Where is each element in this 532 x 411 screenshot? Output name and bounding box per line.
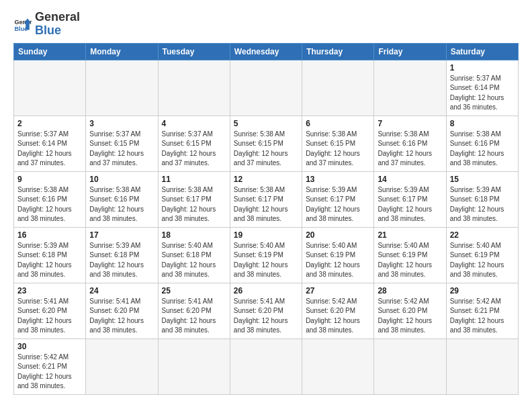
day-number: 8	[450, 119, 515, 128]
day-number: 25	[162, 286, 226, 295]
calendar-day-cell: 18Sunrise: 5:40 AMSunset: 6:18 PMDayligh…	[158, 227, 230, 283]
calendar-day-cell: 22Sunrise: 5:40 AMSunset: 6:19 PMDayligh…	[446, 227, 518, 283]
page-header: General Blue General Blue	[13, 11, 519, 38]
day-number: 11	[162, 175, 226, 184]
weekday-header-monday: Monday	[86, 43, 158, 60]
sun-info: Sunrise: 5:37 AMSunset: 6:14 PMDaylight:…	[17, 130, 82, 169]
sun-info: Sunrise: 5:40 AMSunset: 6:19 PMDaylight:…	[378, 241, 442, 280]
sun-info: Sunrise: 5:38 AMSunset: 6:16 PMDaylight:…	[17, 185, 82, 224]
day-number: 10	[89, 175, 154, 184]
day-number: 13	[306, 175, 370, 184]
sun-info: Sunrise: 5:42 AMSunset: 6:21 PMDaylight:…	[17, 353, 82, 392]
weekday-header-row: SundayMondayTuesdayWednesdayThursdayFrid…	[14, 43, 519, 60]
day-number: 20	[306, 230, 370, 240]
day-number: 18	[162, 230, 226, 240]
calendar-day-cell: 26Sunrise: 5:41 AMSunset: 6:20 PMDayligh…	[230, 283, 302, 338]
day-number: 23	[17, 286, 82, 295]
calendar-day-cell: 9Sunrise: 5:38 AMSunset: 6:16 PMDaylight…	[14, 171, 86, 227]
calendar-day-cell: 30Sunrise: 5:42 AMSunset: 6:21 PMDayligh…	[14, 338, 86, 394]
calendar-day-cell: 12Sunrise: 5:38 AMSunset: 6:17 PMDayligh…	[230, 171, 302, 227]
calendar-day-cell: 5Sunrise: 5:38 AMSunset: 6:15 PMDaylight…	[230, 116, 302, 171]
calendar-day-cell	[158, 60, 230, 116]
sun-info: Sunrise: 5:37 AMSunset: 6:15 PMDaylight:…	[89, 130, 154, 169]
calendar-day-cell	[86, 60, 158, 116]
calendar-week-row: 2Sunrise: 5:37 AMSunset: 6:14 PMDaylight…	[14, 116, 519, 171]
sun-info: Sunrise: 5:40 AMSunset: 6:19 PMDaylight:…	[234, 241, 298, 280]
calendar-day-cell: 28Sunrise: 5:42 AMSunset: 6:20 PMDayligh…	[374, 283, 446, 338]
day-number: 26	[234, 286, 298, 295]
day-number: 1	[450, 63, 515, 73]
sun-info: Sunrise: 5:37 AMSunset: 6:14 PMDaylight:…	[450, 74, 515, 113]
sun-info: Sunrise: 5:40 AMSunset: 6:18 PMDaylight:…	[162, 241, 226, 280]
logo-text: General Blue	[35, 11, 80, 38]
day-number: 5	[234, 119, 298, 128]
calendar-day-cell	[230, 60, 302, 116]
logo-icon: General Blue	[13, 15, 32, 34]
calendar-day-cell	[302, 60, 374, 116]
calendar-week-row: 1Sunrise: 5:37 AMSunset: 6:14 PMDaylight…	[14, 60, 519, 116]
sun-info: Sunrise: 5:41 AMSunset: 6:20 PMDaylight:…	[234, 297, 298, 336]
calendar-day-cell	[446, 338, 518, 394]
calendar-week-row: 16Sunrise: 5:39 AMSunset: 6:18 PMDayligh…	[14, 227, 519, 283]
calendar-table: SundayMondayTuesdayWednesdayThursdayFrid…	[13, 43, 519, 395]
sun-info: Sunrise: 5:41 AMSunset: 6:20 PMDaylight:…	[17, 297, 82, 336]
calendar-day-cell: 13Sunrise: 5:39 AMSunset: 6:17 PMDayligh…	[302, 171, 374, 227]
sun-info: Sunrise: 5:38 AMSunset: 6:17 PMDaylight:…	[234, 185, 298, 224]
calendar-day-cell: 27Sunrise: 5:42 AMSunset: 6:20 PMDayligh…	[302, 283, 374, 338]
day-number: 27	[306, 286, 370, 295]
sun-info: Sunrise: 5:39 AMSunset: 6:18 PMDaylight:…	[17, 241, 82, 280]
day-number: 28	[378, 286, 442, 295]
day-number: 9	[17, 175, 82, 184]
sun-info: Sunrise: 5:38 AMSunset: 6:16 PMDaylight:…	[378, 130, 442, 169]
day-number: 6	[306, 119, 370, 128]
weekday-header-thursday: Thursday	[302, 43, 374, 60]
calendar-day-cell: 7Sunrise: 5:38 AMSunset: 6:16 PMDaylight…	[374, 116, 446, 171]
calendar-day-cell	[86, 338, 158, 394]
calendar-day-cell: 1Sunrise: 5:37 AMSunset: 6:14 PMDaylight…	[446, 60, 518, 116]
weekday-header-saturday: Saturday	[446, 43, 518, 60]
sun-info: Sunrise: 5:39 AMSunset: 6:18 PMDaylight:…	[450, 185, 515, 224]
day-number: 7	[378, 119, 442, 128]
sun-info: Sunrise: 5:41 AMSunset: 6:20 PMDaylight:…	[89, 297, 154, 336]
calendar-day-cell: 11Sunrise: 5:38 AMSunset: 6:17 PMDayligh…	[158, 171, 230, 227]
day-number: 24	[89, 286, 154, 295]
calendar-week-row: 9Sunrise: 5:38 AMSunset: 6:16 PMDaylight…	[14, 171, 519, 227]
sun-info: Sunrise: 5:38 AMSunset: 6:16 PMDaylight:…	[450, 130, 515, 169]
day-number: 21	[378, 230, 442, 240]
sun-info: Sunrise: 5:42 AMSunset: 6:20 PMDaylight:…	[378, 297, 442, 336]
calendar-day-cell	[302, 338, 374, 394]
day-number: 12	[234, 175, 298, 184]
calendar-week-row: 23Sunrise: 5:41 AMSunset: 6:20 PMDayligh…	[14, 283, 519, 338]
calendar-day-cell: 3Sunrise: 5:37 AMSunset: 6:15 PMDaylight…	[86, 116, 158, 171]
calendar-day-cell: 10Sunrise: 5:38 AMSunset: 6:16 PMDayligh…	[86, 171, 158, 227]
sun-info: Sunrise: 5:37 AMSunset: 6:15 PMDaylight:…	[162, 130, 226, 169]
day-number: 16	[17, 230, 82, 240]
sun-info: Sunrise: 5:41 AMSunset: 6:20 PMDaylight:…	[162, 297, 226, 336]
calendar-day-cell: 19Sunrise: 5:40 AMSunset: 6:19 PMDayligh…	[230, 227, 302, 283]
day-number: 30	[17, 342, 82, 351]
weekday-header-friday: Friday	[374, 43, 446, 60]
sun-info: Sunrise: 5:40 AMSunset: 6:19 PMDaylight:…	[450, 241, 515, 280]
calendar-day-cell: 21Sunrise: 5:40 AMSunset: 6:19 PMDayligh…	[374, 227, 446, 283]
calendar-day-cell: 6Sunrise: 5:38 AMSunset: 6:15 PMDaylight…	[302, 116, 374, 171]
calendar-day-cell: 8Sunrise: 5:38 AMSunset: 6:16 PMDaylight…	[446, 116, 518, 171]
sun-info: Sunrise: 5:39 AMSunset: 6:18 PMDaylight:…	[89, 241, 154, 280]
day-number: 3	[89, 119, 154, 128]
logo: General Blue General Blue	[13, 11, 80, 38]
day-number: 19	[234, 230, 298, 240]
day-number: 15	[450, 175, 515, 184]
sun-info: Sunrise: 5:38 AMSunset: 6:16 PMDaylight:…	[89, 185, 154, 224]
sun-info: Sunrise: 5:42 AMSunset: 6:20 PMDaylight:…	[306, 297, 370, 336]
calendar-day-cell	[14, 60, 86, 116]
calendar-day-cell: 23Sunrise: 5:41 AMSunset: 6:20 PMDayligh…	[14, 283, 86, 338]
day-number: 29	[450, 286, 515, 295]
weekday-header-sunday: Sunday	[14, 43, 86, 60]
calendar-day-cell	[374, 60, 446, 116]
weekday-header-wednesday: Wednesday	[230, 43, 302, 60]
calendar-day-cell: 20Sunrise: 5:40 AMSunset: 6:19 PMDayligh…	[302, 227, 374, 283]
calendar-day-cell: 15Sunrise: 5:39 AMSunset: 6:18 PMDayligh…	[446, 171, 518, 227]
day-number: 14	[378, 175, 442, 184]
calendar-day-cell: 25Sunrise: 5:41 AMSunset: 6:20 PMDayligh…	[158, 283, 230, 338]
sun-info: Sunrise: 5:42 AMSunset: 6:21 PMDaylight:…	[450, 297, 515, 336]
day-number: 17	[89, 230, 154, 240]
